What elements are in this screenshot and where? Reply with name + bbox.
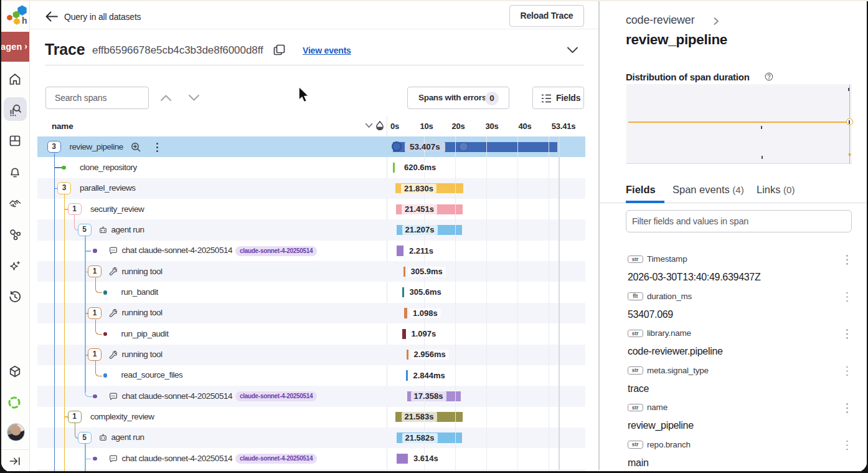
- svg-text:h: h: [22, 16, 27, 26]
